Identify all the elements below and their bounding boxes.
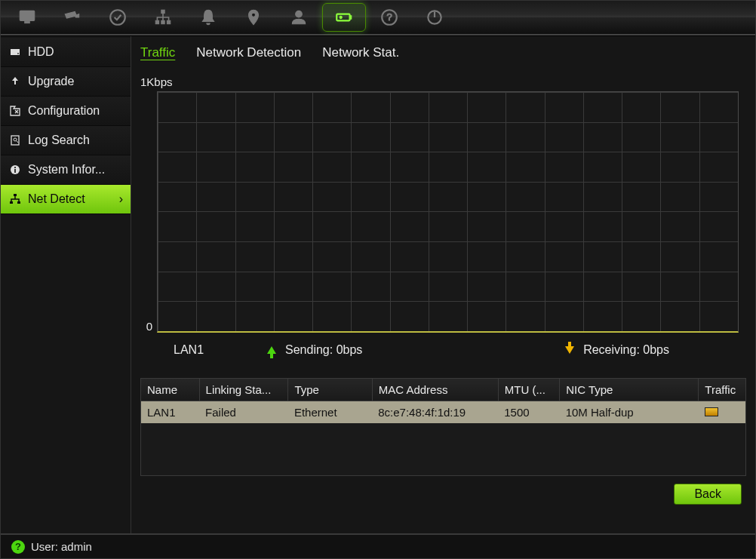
cell-traffic[interactable]	[699, 401, 745, 424]
config-icon	[8, 104, 22, 118]
sidebar-item-upgrade[interactable]: Upgrade	[1, 67, 131, 97]
sidebar: HDD Upgrade Configuration Log Search	[1, 36, 131, 533]
chevron-right-icon: ›	[119, 192, 123, 206]
tab-network-stat[interactable]: Network Stat.	[322, 45, 399, 60]
sidebar-item-label: Net Detect	[28, 192, 85, 206]
svg-rect-3	[161, 10, 164, 13]
top-toolbar: ?	[1, 1, 755, 35]
col-type[interactable]: Type	[288, 379, 372, 401]
toolbar-power-icon[interactable]	[413, 3, 456, 32]
tab-network-detection[interactable]: Network Detection	[196, 45, 301, 60]
svg-point-17	[17, 53, 19, 54]
svg-point-8	[296, 11, 303, 17]
cell-nic: 10M Half-dup	[560, 401, 699, 424]
sidebar-item-label: HDD	[28, 45, 54, 59]
svg-rect-1	[25, 21, 30, 23]
content-panel: Traffic Network Detection Network Stat. …	[131, 36, 755, 533]
chart-interface-label: LAN1	[174, 343, 204, 357]
col-name[interactable]: Name	[141, 379, 199, 401]
hdd-icon	[8, 45, 22, 59]
svg-point-7	[252, 13, 256, 17]
svg-rect-0	[20, 11, 35, 20]
chart-legend: LAN1 Sending: 0bps Receiving: 0bps	[136, 333, 739, 364]
info-icon	[8, 163, 22, 177]
net-icon	[8, 192, 22, 206]
cell-mac: 8c:e7:48:4f:1d:19	[372, 401, 498, 424]
upload-icon	[8, 75, 22, 88]
chart-sending-label: Sending: 0bps	[285, 343, 362, 357]
svg-point-2	[110, 10, 125, 25]
svg-rect-22	[14, 169, 16, 173]
toolbar-maintenance-icon[interactable]	[322, 3, 366, 32]
toolbar-camera-icon[interactable]	[51, 3, 94, 32]
sidebar-item-label: Configuration	[28, 104, 100, 118]
traffic-chart: 1Kbps 0 LAN1 Sending: 0bps Receiving: 0b…	[131, 66, 755, 372]
sidebar-item-net-detect[interactable]: Net Detect ›	[1, 185, 131, 214]
status-user-label: User: admin	[31, 540, 92, 553]
toolbar-location-icon[interactable]	[232, 3, 275, 32]
svg-rect-5	[161, 20, 164, 23]
sidebar-item-system-info[interactable]: System Infor...	[1, 155, 131, 185]
svg-text:?: ?	[386, 11, 392, 23]
col-mac[interactable]: MAC Address	[372, 379, 498, 401]
cell-mtu: 1500	[498, 401, 559, 424]
sidebar-item-label: System Infor...	[28, 163, 105, 177]
col-traffic[interactable]: Traffic	[699, 379, 745, 401]
sidebar-item-label: Upgrade	[28, 75, 74, 88]
arrow-down-icon	[565, 346, 574, 354]
chart-y-min-label: 0	[146, 320, 152, 333]
toolbar-network-icon[interactable]	[141, 3, 185, 32]
chart-y-axis: 0	[136, 91, 157, 333]
toolbar-help-icon[interactable]: ?	[367, 3, 411, 32]
arrow-up-icon	[267, 346, 276, 354]
sidebar-item-configuration[interactable]: Configuration	[1, 97, 131, 126]
toolbar-monitor-icon[interactable]	[5, 3, 49, 32]
tab-bar: Traffic Network Detection Network Stat.	[131, 36, 755, 66]
nic-table: Name Linking Sta... Type MAC Address MTU…	[140, 378, 746, 476]
traffic-icon	[705, 407, 718, 416]
cell-name: LAN1	[141, 401, 199, 424]
svg-rect-10	[350, 16, 352, 19]
col-linking[interactable]: Linking Sta...	[199, 379, 288, 401]
svg-point-19	[14, 138, 17, 141]
svg-rect-23	[14, 167, 16, 168]
cell-linking: Failed	[199, 401, 288, 424]
sidebar-item-hdd[interactable]: HDD	[1, 38, 131, 67]
col-mtu[interactable]: MTU (...	[498, 379, 559, 401]
svg-point-11	[340, 16, 342, 18]
chart-receiving-label: Receiving: 0bps	[583, 343, 669, 357]
svg-rect-26	[17, 201, 20, 204]
cell-type: Ethernet	[288, 401, 372, 424]
sidebar-item-log-search[interactable]: Log Search	[1, 126, 131, 155]
help-icon[interactable]: ?	[11, 540, 25, 554]
status-bar: ? User: admin	[1, 533, 755, 558]
svg-line-20	[17, 141, 19, 143]
svg-rect-18	[11, 136, 19, 145]
svg-rect-24	[14, 194, 17, 196]
table-row[interactable]: LAN1 Failed Ethernet 8c:e7:48:4f:1d:19 1…	[141, 401, 745, 424]
back-button[interactable]: Back	[674, 484, 742, 505]
toolbar-bell-icon[interactable]	[186, 3, 230, 32]
main-area: HDD Upgrade Configuration Log Search	[1, 35, 755, 533]
sidebar-item-label: Log Search	[28, 134, 90, 147]
svg-rect-25	[10, 201, 13, 204]
svg-rect-4	[155, 20, 158, 23]
app-root: ? HDD Upgrade	[0, 0, 756, 559]
footer-buttons: Back	[131, 476, 755, 511]
toolbar-check-icon[interactable]	[96, 3, 140, 32]
col-nic-type[interactable]: NIC Type	[560, 379, 699, 401]
svg-rect-9	[337, 14, 349, 21]
chart-y-max-label: 1Kbps	[140, 75, 739, 88]
svg-rect-6	[167, 20, 170, 23]
tab-traffic[interactable]: Traffic	[140, 45, 175, 60]
table-header-row: Name Linking Sta... Type MAC Address MTU…	[141, 379, 745, 401]
log-icon	[8, 134, 22, 147]
toolbar-user-icon[interactable]	[277, 3, 321, 32]
chart-plot-area	[157, 91, 739, 333]
